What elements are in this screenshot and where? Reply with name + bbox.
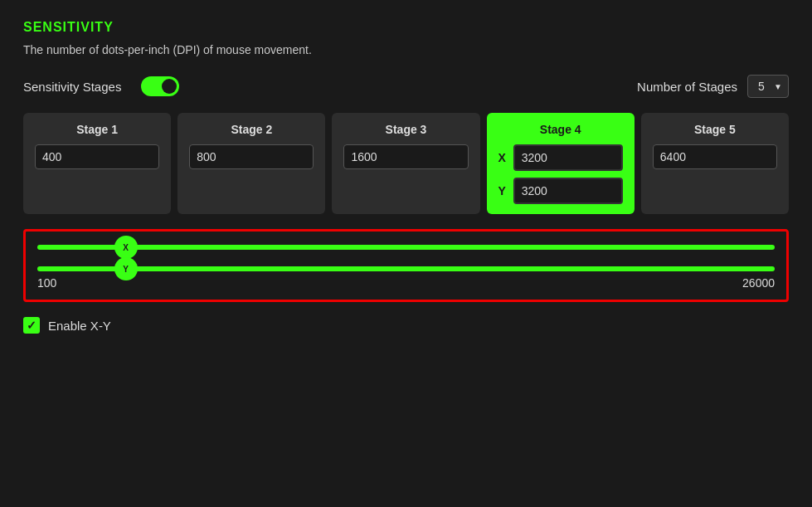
- stage-xy-row-x: X: [498, 144, 623, 171]
- stage-value-input-x[interactable]: [513, 144, 623, 171]
- y-slider-thumb[interactable]: Y: [114, 257, 138, 280]
- stage-label-5: Stage 5: [694, 123, 736, 136]
- stage-card-3[interactable]: Stage 3: [332, 113, 479, 214]
- stage-card-5[interactable]: Stage 5: [641, 113, 789, 214]
- x-thumb-label: X: [123, 243, 129, 252]
- stage-xy-container: XY: [498, 144, 623, 204]
- sliders-container: X Y 100 26000: [23, 229, 789, 302]
- slider-min-label: 100: [37, 276, 56, 290]
- stage-value-input-2[interactable]: [189, 144, 314, 169]
- stage-value-input-5[interactable]: [653, 144, 777, 169]
- xy-axis-label-y: Y: [498, 184, 508, 197]
- stage-value-input-3[interactable]: [343, 144, 468, 169]
- enable-xy-label: Enable X-Y: [48, 319, 111, 333]
- checkbox-check-icon: ✓: [27, 319, 36, 331]
- stage-value-input-y[interactable]: [513, 178, 623, 204]
- stage-card-4[interactable]: Stage 4XY: [487, 113, 635, 214]
- stage-label-2: Stage 2: [231, 123, 272, 136]
- stage-label-4: Stage 4: [540, 123, 581, 136]
- x-slider-thumb[interactable]: X: [114, 236, 138, 259]
- stage-xy-row-y: Y: [498, 178, 623, 204]
- slider-max-label: 26000: [742, 276, 775, 290]
- y-slider-row: Y: [37, 266, 775, 271]
- stage-card-1[interactable]: Stage 1: [23, 113, 171, 214]
- stage-label-1: Stage 1: [76, 123, 118, 136]
- stage-card-2[interactable]: Stage 2: [177, 113, 325, 214]
- y-thumb-label: Y: [123, 265, 129, 274]
- number-of-stages-label: Number of Stages: [637, 80, 737, 94]
- enable-xy-row: ✓ Enable X-Y: [23, 317, 789, 334]
- stages-grid: Stage 1Stage 2Stage 3Stage 4XYStage 5: [23, 113, 789, 214]
- section-title: SENSITIVITY: [23, 20, 789, 35]
- enable-xy-checkbox[interactable]: ✓: [23, 317, 40, 334]
- sensitivity-stages-label: Sensitivity Stages: [23, 80, 121, 94]
- x-slider-row: X: [37, 245, 775, 250]
- sensitivity-stages-toggle[interactable]: [141, 76, 179, 96]
- stage-label-3: Stage 3: [386, 123, 427, 136]
- stage-value-input-1[interactable]: [35, 144, 159, 169]
- number-of-stages-select[interactable]: 5 1 2 3 4 6 7 8: [747, 75, 789, 98]
- description-text: The number of dots-per-inch (DPI) of mou…: [23, 43, 789, 56]
- xy-axis-label-x: X: [498, 151, 508, 164]
